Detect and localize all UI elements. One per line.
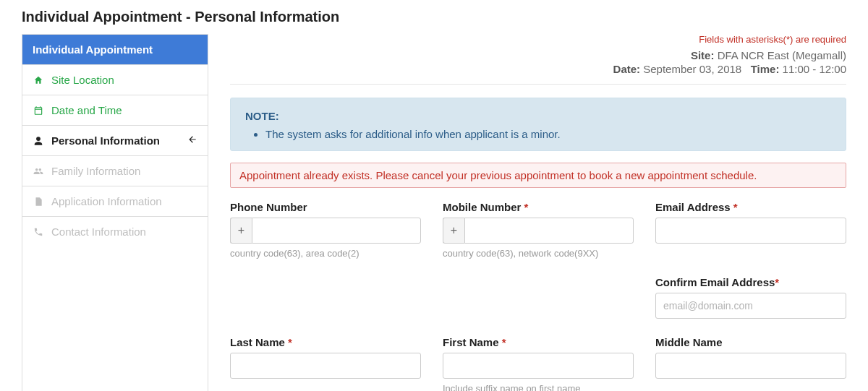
firstname-input[interactable] [443, 353, 634, 379]
mobile-label-text: Mobile Number [443, 201, 521, 213]
date-value: September 03, 2018 [643, 63, 741, 75]
phone-help: country code(63), area code(2) [230, 248, 421, 259]
sidebar-item-family-info[interactable]: Family Information [22, 156, 208, 186]
divider [230, 84, 846, 85]
sidebar-item-personal-info[interactable]: Personal Information [22, 126, 208, 156]
error-alert: Appointment already exists. Please cance… [230, 163, 846, 188]
datetime-meta: Date: September 03, 2018 Time: 11:00 - 1… [230, 63, 846, 75]
phone-addon[interactable]: + [230, 218, 252, 244]
middlename-field-group: Middle Name [655, 336, 846, 391]
group-icon [33, 166, 44, 176]
sidebar-item-site-location[interactable]: Site Location [22, 65, 208, 95]
wizard-sidebar: Individual Appointment Site Location Dat… [22, 34, 208, 391]
date-label: Date: [613, 63, 641, 75]
sidebar-item-label: Site Location [51, 74, 114, 86]
sidebar-item-label: Date and Time [51, 104, 122, 116]
firstname-field-group: First Name * Include suffix name on firs… [443, 336, 634, 391]
time-value: 11:00 - 12:00 [783, 63, 846, 75]
firstname-label: First Name * [443, 336, 634, 348]
sidebar-item-label: Contact Information [51, 225, 146, 238]
required-star: * [288, 336, 292, 348]
sidebar-item-date-time[interactable]: Date and Time [22, 95, 208, 126]
site-label: Site: [691, 49, 715, 61]
email-label-text: Email Address [655, 201, 731, 213]
phone-input[interactable] [252, 218, 421, 244]
lastname-field-group: Last Name * [230, 336, 421, 391]
lastname-input[interactable] [230, 353, 421, 379]
site-value: DFA NCR East (Megamall) [718, 49, 846, 61]
sidebar-item-application-info[interactable]: Application Information [22, 186, 208, 217]
note-box: NOTE: The system asks for additional inf… [230, 98, 846, 151]
user-icon [33, 136, 44, 146]
confirm-email-field-group: Confirm Email Address* [655, 276, 846, 319]
phone-field-group: Phone Number + country code(63), area co… [230, 201, 421, 259]
calendar-icon [33, 106, 44, 116]
main-content: Fields with asterisks(*) are required Si… [230, 34, 846, 391]
mobile-input[interactable] [464, 218, 634, 244]
sidebar-item-label: Family Information [51, 165, 140, 177]
required-star: * [733, 201, 738, 213]
email-label: Email Address * [655, 201, 846, 213]
page-title: Individual Appointment - Personal Inform… [22, 9, 846, 25]
phone-label: Phone Number [230, 201, 421, 213]
middlename-label: Middle Name [655, 336, 846, 348]
site-meta: Site: DFA NCR East (Megamall) [230, 49, 846, 61]
document-icon [33, 197, 44, 207]
mobile-help: country code(63), network code(9XX) [443, 248, 634, 259]
lastname-label: Last Name * [230, 336, 421, 348]
email-input[interactable] [655, 218, 846, 244]
mobile-label: Mobile Number * [443, 201, 634, 213]
required-fields-note: Fields with asterisks(*) are required [230, 34, 846, 45]
sidebar-item-contact-info[interactable]: Contact Information [22, 217, 208, 246]
home-icon [33, 75, 44, 85]
required-star: * [502, 336, 506, 348]
middlename-input[interactable] [655, 353, 846, 379]
mobile-addon[interactable]: + [443, 218, 464, 244]
time-label: Time: [751, 63, 780, 75]
phone-icon [33, 227, 44, 237]
sidebar-header-label: Individual Appointment [33, 43, 153, 56]
confirm-email-label: Confirm Email Address* [655, 276, 846, 288]
confirm-email-input[interactable] [655, 293, 846, 319]
sidebar-item-label: Application Information [51, 195, 162, 207]
firstname-label-text: First Name [443, 336, 499, 348]
required-star: * [775, 276, 779, 288]
sidebar-header: Individual Appointment [22, 35, 208, 65]
email-field-group: Email Address * [655, 201, 846, 259]
mobile-field-group: Mobile Number * + country code(63), netw… [443, 201, 634, 259]
note-title: NOTE: [245, 110, 831, 122]
note-bullet: The system asks for additional info when… [265, 128, 831, 140]
required-star: * [524, 201, 529, 213]
lastname-label-text: Last Name [230, 336, 285, 348]
arrow-left-icon [187, 134, 197, 147]
sidebar-item-label: Personal Information [51, 134, 160, 147]
firstname-help: Include suffix name on first name [443, 383, 634, 391]
confirm-email-label-text: Confirm Email Address [655, 276, 775, 288]
